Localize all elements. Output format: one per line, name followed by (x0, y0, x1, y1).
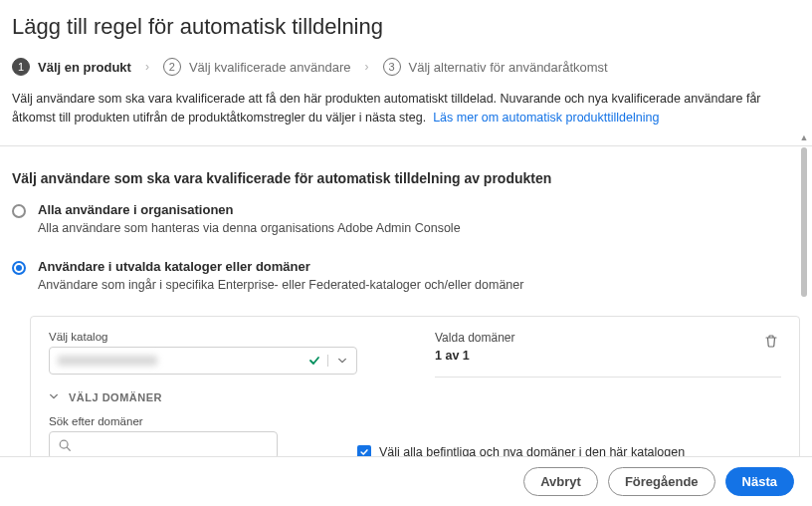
trash-icon[interactable] (761, 331, 781, 354)
step-2-label: Välj kvalificerade användare (189, 60, 351, 75)
chevron-down-icon (49, 391, 59, 403)
scroll-up-icon[interactable]: ▲ (798, 131, 810, 143)
catalog-select-value (50, 356, 301, 366)
next-button[interactable]: Nästa (725, 467, 794, 496)
domains-divider (435, 377, 781, 378)
radio-checked-icon[interactable] (12, 261, 26, 275)
catalog-field-label: Välj katalog (49, 331, 395, 343)
previous-button[interactable]: Föregående (608, 467, 715, 496)
option-selected-catalogs[interactable]: Användare i utvalda kataloger eller domä… (12, 259, 800, 310)
svg-line-1 (67, 447, 70, 450)
option-selected-desc: Användare som ingår i specifika Enterpri… (38, 278, 800, 292)
catalog-select[interactable] (49, 347, 357, 375)
scrollbar-thumb[interactable] (801, 147, 807, 297)
step-1[interactable]: 1 Välj en produkt (12, 58, 131, 76)
search-domains-input[interactable] (49, 431, 278, 459)
catalog-panel: Välj katalog Valda domäner 1 av 1 (30, 316, 800, 468)
option-selected-label: Användare i utvalda kataloger eller domä… (38, 259, 800, 274)
cancel-button[interactable]: Avbryt (523, 467, 598, 496)
divider (0, 145, 812, 146)
chevron-right-icon: › (365, 60, 369, 74)
selected-domains-label: Valda domäner (435, 331, 515, 345)
step-3[interactable]: 3 Välj alternativ för användaråtkomst (383, 58, 608, 76)
intro-text: Välj användare som ska vara kvalificerad… (0, 90, 812, 135)
step-2[interactable]: 2 Välj kvalificerade användare (163, 58, 351, 76)
learn-more-link[interactable]: Läs mer om automatisk produkttilldelning (433, 111, 659, 125)
search-domains-field[interactable] (78, 438, 269, 452)
option-all-users[interactable]: Alla användare i organisationen Alla anv… (12, 202, 800, 253)
chevron-down-icon[interactable] (328, 356, 356, 366)
choose-domains-label: VÄLJ DOMÄNER (69, 391, 162, 403)
content-scroll: Välj användare som ska vara kvalificerad… (0, 156, 812, 468)
selected-domains-count: 1 av 1 (435, 349, 515, 363)
scrollbar[interactable]: ▲ (798, 131, 810, 440)
step-3-label: Välj alternativ för användaråtkomst (409, 60, 608, 75)
step-1-label: Välj en produkt (38, 60, 131, 75)
option-all-desc: Alla användare som hanteras via denna or… (38, 221, 800, 235)
wizard-footer: Avbryt Föregående Nästa (0, 456, 812, 506)
choose-domains-toggle[interactable]: VÄLJ DOMÄNER (49, 391, 781, 403)
page-title: Lägg till regel för automatisk tilldelni… (0, 0, 812, 58)
chevron-right-icon: › (145, 60, 149, 74)
wizard-stepper: 1 Välj en produkt › 2 Välj kvalificerade… (0, 58, 812, 90)
radio-unchecked-icon[interactable] (12, 204, 26, 218)
step-3-number: 3 (383, 58, 401, 76)
option-all-label: Alla användare i organisationen (38, 202, 800, 217)
search-domains-label: Sök efter domäner (49, 415, 278, 427)
search-icon (58, 438, 72, 452)
step-2-number: 2 (163, 58, 181, 76)
checkmark-icon (301, 355, 328, 367)
step-1-number: 1 (12, 58, 30, 76)
section-title: Välj användare som ska vara kvalificerad… (12, 170, 800, 186)
